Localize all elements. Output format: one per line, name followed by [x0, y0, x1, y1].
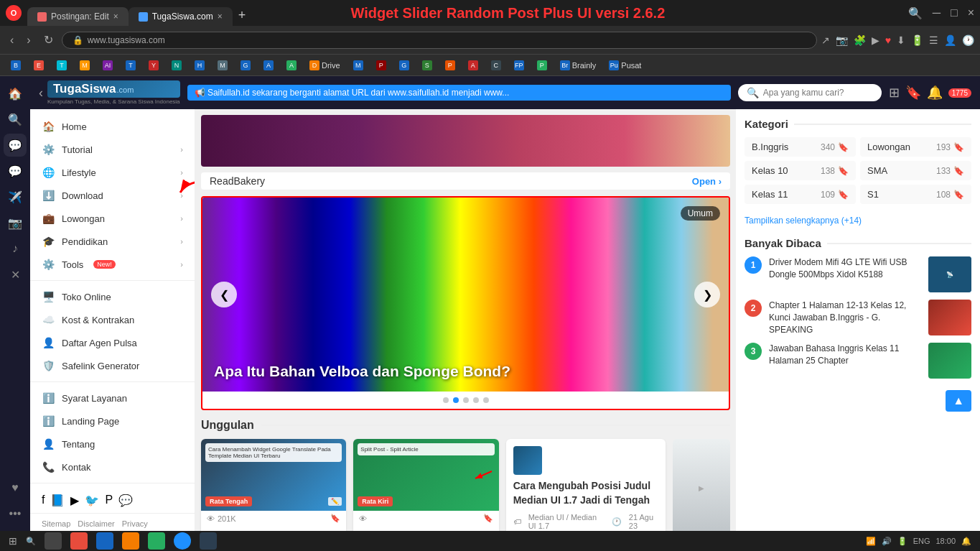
slider-dot-3[interactable] [463, 397, 469, 403]
search-input[interactable] [763, 88, 864, 98]
pinterest-icon[interactable]: P [105, 494, 113, 507]
refresh-button[interactable]: ↻ [39, 30, 57, 50]
windows-icon[interactable]: ⊞ [9, 535, 17, 547]
taskbar-app-4[interactable] [122, 532, 139, 550]
battery-icon[interactable]: 🔋 [911, 34, 923, 46]
taskbar-app-1[interactable] [45, 532, 62, 550]
bookmark-a1[interactable]: A [258, 59, 279, 72]
bookmark-p2[interactable]: P [440, 59, 460, 72]
opera-logo[interactable]: O [6, 5, 22, 21]
slider-dot-1[interactable] [443, 397, 449, 403]
notification-icon[interactable]: 🔔 [927, 85, 943, 101]
heart-icon[interactable]: ♥ [885, 34, 891, 46]
nav-landing[interactable]: ℹ️ Landing Page [30, 409, 195, 432]
privacy-link[interactable]: Privacy [122, 519, 148, 528]
back-button[interactable]: ‹ [6, 31, 18, 50]
bookmark-n[interactable]: N [167, 59, 187, 72]
slider-dot-5[interactable] [483, 397, 489, 403]
taskbar-app-3[interactable] [96, 532, 113, 550]
sidebar-search-icon[interactable]: 🔍 [4, 108, 27, 131]
bookmark-fp[interactable]: FP [509, 59, 529, 72]
disclaimer-link[interactable]: Disclaimer [78, 519, 114, 528]
sidebar-home-icon[interactable]: 🏠 [4, 82, 27, 105]
youtube-icon[interactable]: ▶ [70, 494, 79, 507]
nav-kost[interactable]: ☁️ Kost & Kontrakan [30, 308, 195, 331]
bookmark-t1[interactable]: T [52, 59, 72, 72]
kategori-lowongan[interactable]: Lowongan 193 🔖 [860, 137, 971, 157]
nav-syarat[interactable]: ℹ️ Syarat Layanan [30, 386, 195, 409]
nav-home[interactable]: 🏠 Home [30, 115, 195, 138]
bookmark-b[interactable]: B [6, 59, 26, 72]
close-button[interactable]: × [968, 6, 974, 20]
nav-download[interactable]: ⬇️ Download › [30, 184, 195, 207]
bookmark-icon[interactable]: 🔖 [905, 85, 921, 101]
bookmark-m1[interactable]: M [75, 59, 95, 72]
kategori-s1[interactable]: S1 108 🔖 [860, 185, 971, 204]
taskbar-app-7[interactable] [200, 532, 217, 550]
sidebar-messenger-icon[interactable]: 💬 [4, 134, 27, 157]
bookmark-drive[interactable]: D Drive [304, 59, 345, 72]
sidebar-x-icon[interactable]: ✕ [4, 263, 27, 286]
nav-toko-online[interactable]: 🖥️ Toko Online [30, 285, 195, 308]
whatsapp-icon[interactable]: 💬 [118, 494, 133, 507]
bookmark-a3[interactable]: A [463, 59, 483, 72]
sidebar-tiktok-icon[interactable]: ♪ [4, 237, 27, 260]
search-taskbar-icon[interactable]: 🔍 [26, 537, 36, 546]
minimize-button[interactable]: ─ [933, 6, 941, 20]
bookmark-p3[interactable]: P [532, 59, 552, 72]
readbakery-open-btn[interactable]: Open › [692, 176, 722, 187]
profile-icon[interactable]: 👤 [944, 34, 956, 46]
maximize-button[interactable]: □ [951, 6, 958, 20]
play-icon[interactable]: ▶ [872, 34, 879, 46]
slider-dot-4[interactable] [473, 397, 479, 403]
unggulan-card-1[interactable]: Cara Menambah Widget Google Translate Pa… [201, 439, 346, 531]
download-icon[interactable]: ⬇ [897, 34, 905, 46]
nav-kontak[interactable]: 📞 Kontak [30, 455, 195, 478]
bookmark-a2[interactable]: A [281, 59, 302, 72]
url-text[interactable]: www.tugasiswa.com [88, 35, 165, 45]
sidebar-telegram-icon[interactable]: ✈️ [4, 185, 27, 208]
unggulan-card-2[interactable]: Split Post - Split Article Rata Kiri [353, 439, 498, 531]
taskbar-app-6[interactable] [174, 532, 191, 550]
forward-button[interactable]: › [22, 31, 34, 50]
nav-agen-pulsa[interactable]: 👤 Daftar Agen Pulsa [30, 331, 195, 354]
slider-dot-2[interactable] [453, 397, 459, 403]
menu-icon[interactable]: ☰ [929, 34, 938, 46]
taskbar-app-2[interactable] [70, 532, 88, 550]
bookmark-p1[interactable]: P [371, 59, 391, 72]
featured-post[interactable]: Cara Mengubah Posisi Judul Median UI 1.7… [506, 439, 666, 531]
bookmark-e[interactable]: E [29, 59, 49, 72]
notification-taskbar-icon[interactable]: 🔔 [961, 537, 971, 546]
bookmark-s[interactable]: S [417, 59, 437, 72]
nav-tools[interactable]: ⚙️ Tools New! › [30, 253, 195, 276]
search-icon[interactable]: 🔍 [908, 6, 923, 20]
nav-lifestyle[interactable]: 🌐 Lifestyle › [30, 161, 195, 184]
nav-lowongan[interactable]: 💼 Lowongan › [30, 207, 195, 230]
kategori-binggris[interactable]: B.Inggris 340 🔖 [745, 137, 856, 157]
bookmark-g2[interactable]: G [394, 59, 414, 72]
share-icon[interactable]: ↗ [821, 34, 830, 46]
bookmark-t2[interactable]: T [121, 59, 141, 72]
slider-next-button[interactable]: ❯ [694, 282, 720, 307]
bookmark-m3[interactable]: M [348, 59, 368, 72]
slider-prev-button[interactable]: ❮ [211, 282, 237, 307]
sidebar-heart-icon[interactable]: ♥ [4, 476, 27, 499]
bookmark-h[interactable]: H [190, 59, 210, 72]
bookmark-brainly[interactable]: Br Brainly [555, 59, 602, 72]
bookmark-m2[interactable]: M [213, 59, 233, 72]
dibaca-item-3[interactable]: 3 Jawaban Bahasa Inggris Kelas 11 Halama… [745, 343, 971, 379]
twitter-icon[interactable]: 🐦 [85, 494, 99, 507]
bookmark-g1[interactable]: G [235, 59, 256, 72]
nav-safelink[interactable]: 🛡️ Safelink Generator [30, 354, 195, 377]
scroll-up-button[interactable]: ▲ [946, 390, 971, 412]
sidebar-whatsapp-icon[interactable]: 💬 [4, 159, 27, 182]
facebook-icon[interactable]: f [42, 494, 45, 507]
camera-icon[interactable]: 📷 [836, 34, 848, 46]
bookmark-c[interactable]: C [486, 59, 506, 72]
nav-tutorial[interactable]: ⚙️ Tutorial › [30, 138, 195, 161]
facebook2-icon[interactable]: 📘 [50, 494, 65, 507]
dibaca-item-2[interactable]: 2 Chapter 1 Halaman 12-13 Kelas 12, Kunc… [745, 300, 971, 335]
bookmark-y[interactable]: Y [144, 59, 164, 72]
sitemap-link[interactable]: Sitemap [42, 519, 70, 528]
nav-tentang[interactable]: 👤 Tentang [30, 432, 195, 455]
